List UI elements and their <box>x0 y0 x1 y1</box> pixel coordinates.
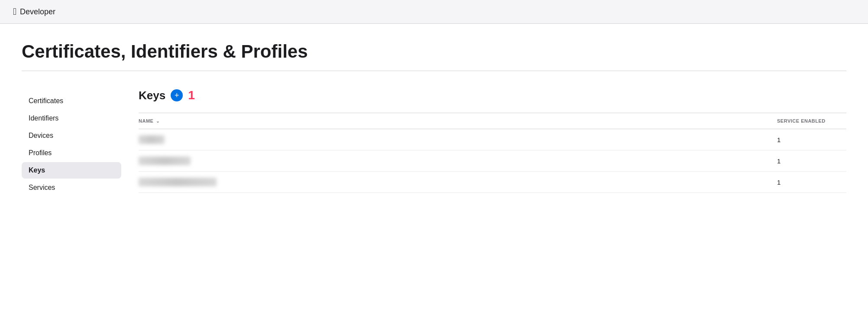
page-title: Certificates, Identifiers & Profiles <box>22 41 846 62</box>
sidebar: Certificates Identifiers Devices Profile… <box>22 88 121 197</box>
column-name-header[interactable]: NAME ⌄ <box>139 118 160 124</box>
section-title: Keys <box>139 89 165 102</box>
key-name-blurred-1 <box>139 135 165 144</box>
sidebar-item-devices[interactable]: Devices <box>22 127 121 144</box>
sidebar-item-services[interactable]: Services <box>22 179 121 196</box>
brand-name: Developer <box>20 7 55 16</box>
column-service-header: SERVICE ENABLED <box>777 118 846 124</box>
key-name-blurred-3 <box>139 178 217 186</box>
page-container: Certificates, Identifiers & Profiles Cer… <box>0 24 868 332</box>
row-name-cell <box>139 156 777 165</box>
row-service-cell-2: 1 <box>777 157 846 165</box>
apple-logo-icon:  <box>13 6 16 17</box>
sidebar-item-profiles[interactable]: Profiles <box>22 145 121 161</box>
row-service-cell-3: 1 <box>777 179 846 186</box>
add-key-button[interactable]: + <box>171 89 183 101</box>
row-name-cell <box>139 178 777 186</box>
header-bar:  Developer <box>0 0 868 24</box>
row-name-cell <box>139 135 777 144</box>
key-name-blurred-2 <box>139 156 191 165</box>
sidebar-item-keys[interactable]: Keys <box>22 162 121 179</box>
section-header: Keys + 1 <box>139 88 846 102</box>
sidebar-item-identifiers[interactable]: Identifiers <box>22 110 121 127</box>
sidebar-item-certificates[interactable]: Certificates <box>22 93 121 109</box>
content-layout: Certificates Identifiers Devices Profile… <box>22 88 846 197</box>
keys-count-badge: 1 <box>188 88 195 102</box>
sort-icon: ⌄ <box>156 119 160 124</box>
table-row[interactable]: 1 <box>139 129 846 150</box>
title-divider <box>22 71 846 71</box>
column-name-label: NAME <box>139 118 153 124</box>
table-header: NAME ⌄ SERVICE ENABLED <box>139 113 846 129</box>
main-content: Keys + 1 NAME ⌄ SERVICE ENABLED 1 <box>121 88 846 197</box>
table-row[interactable]: 1 <box>139 172 846 193</box>
row-service-cell-1: 1 <box>777 136 846 143</box>
table-row[interactable]: 1 <box>139 150 846 172</box>
